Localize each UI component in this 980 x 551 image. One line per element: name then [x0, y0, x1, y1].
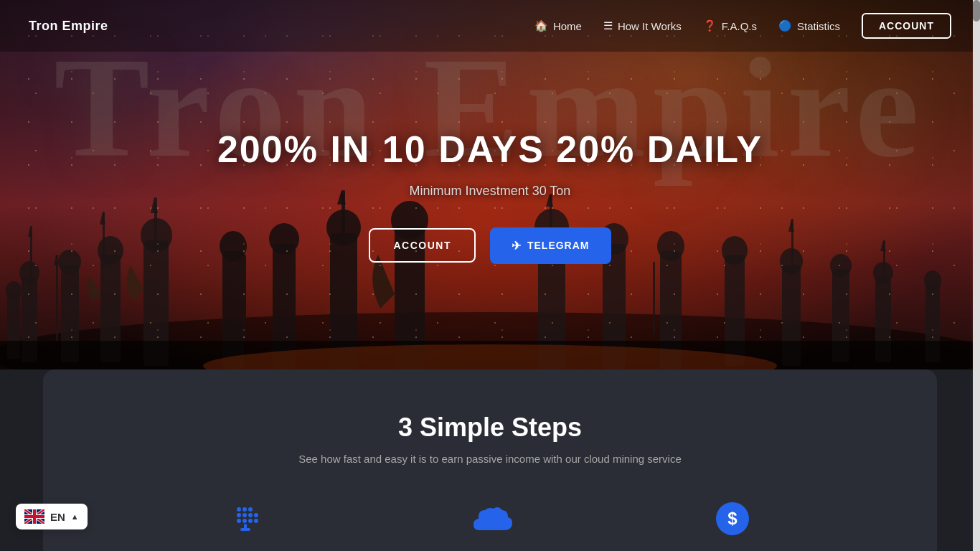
- account-button-nav[interactable]: ACCOUNT: [862, 13, 951, 39]
- telegram-button[interactable]: ✈ TELEGRAM: [490, 227, 611, 264]
- hero-content: 200% IN 10 DAYS 20% DAILY Minimum Invest…: [217, 128, 763, 264]
- step-3: $: [715, 501, 750, 536]
- step-2: [469, 503, 512, 535]
- hero-subtext: Minimum Investment 30 Ton: [217, 184, 763, 199]
- svg-point-60: [242, 513, 247, 517]
- nav-item-statistics[interactable]: 🔵 Statistics: [778, 19, 840, 32]
- uk-flag-icon: [24, 509, 44, 524]
- home-icon: 🏠: [534, 19, 548, 32]
- nav-link-home[interactable]: 🏠 Home: [534, 19, 582, 32]
- telegram-icon: ✈: [512, 239, 522, 253]
- nav-links: 🏠 Home ☰ How It Works ❓ F.A.Q.s 🔵 Statis…: [534, 13, 951, 39]
- scrollbar-thumb[interactable]: [973, 0, 980, 22]
- svg-point-8: [58, 250, 81, 274]
- svg-rect-68: [240, 528, 250, 531]
- step-1-icon: [230, 501, 266, 537]
- svg-rect-9: [56, 255, 58, 341]
- nav-item-how-it-works[interactable]: ☰ How It Works: [603, 19, 682, 32]
- nav-item-account[interactable]: ACCOUNT: [862, 13, 951, 39]
- account-button-hero[interactable]: ACCOUNT: [369, 228, 476, 263]
- steps-wrapper: 3 Simple Steps See how fast and easy it …: [0, 369, 980, 551]
- svg-point-63: [242, 519, 247, 523]
- question-icon: ❓: [703, 19, 717, 32]
- svg-point-52: [924, 270, 941, 291]
- navbar: Tron Empire 🏠 Home ☰ How It Works ❓ F.A.…: [0, 0, 980, 52]
- nav-label-home: Home: [553, 20, 582, 32]
- nav-label-how-it-works: How It Works: [618, 20, 682, 32]
- svg-rect-21: [244, 255, 246, 341]
- hero-headline: 200% IN 10 DAYS 20% DAILY: [217, 128, 763, 171]
- nav-label-statistics: Statistics: [797, 20, 840, 32]
- svg-point-2: [19, 261, 39, 284]
- hero-buttons: ACCOUNT ✈ TELEGRAM: [217, 227, 763, 264]
- svg-point-58: [248, 507, 253, 512]
- step-1: [230, 501, 266, 537]
- language-chevron-icon: ▲: [71, 512, 79, 521]
- language-code: EN: [50, 511, 65, 523]
- steps-icons-row: $: [72, 501, 908, 537]
- nav-label-faqs: F.A.Q.s: [722, 20, 757, 32]
- steps-section: 3 Simple Steps See how fast and easy it …: [43, 369, 937, 551]
- svg-point-57: [242, 507, 247, 512]
- svg-point-62: [237, 519, 241, 523]
- svg-point-64: [248, 519, 253, 523]
- steps-subtitle: See how fast and easy it is to earn pass…: [72, 453, 908, 465]
- scrollbar[interactable]: [973, 0, 980, 551]
- stats-icon: 🔵: [778, 19, 792, 32]
- menu-icon: ☰: [603, 19, 613, 32]
- nav-item-home[interactable]: 🏠 Home: [534, 19, 582, 32]
- svg-point-12: [98, 236, 123, 265]
- svg-point-56: [237, 507, 241, 512]
- language-switcher[interactable]: EN ▲: [16, 504, 88, 529]
- svg-point-4: [6, 281, 22, 300]
- svg-point-66: [254, 519, 258, 523]
- nav-link-faqs[interactable]: ❓ F.A.Q.s: [703, 19, 757, 32]
- svg-point-61: [248, 513, 253, 517]
- step-2-icon: [469, 503, 512, 535]
- nav-link-how-it-works[interactable]: ☰ How It Works: [603, 19, 682, 32]
- hero-section: Tron Empire: [0, 0, 980, 369]
- steps-title: 3 Simple Steps: [72, 413, 908, 443]
- step-3-icon: $: [715, 501, 750, 536]
- svg-point-59: [237, 513, 241, 517]
- svg-point-46: [830, 254, 852, 277]
- svg-rect-79: [24, 515, 44, 518]
- svg-point-65: [254, 513, 258, 517]
- telegram-label: TELEGRAM: [527, 240, 590, 251]
- nav-item-faqs[interactable]: ❓ F.A.Q.s: [703, 19, 757, 32]
- svg-text:$: $: [727, 509, 738, 528]
- brand-logo[interactable]: Tron Empire: [29, 19, 108, 34]
- svg-rect-38: [653, 262, 655, 334]
- nav-link-statistics[interactable]: 🔵 Statistics: [778, 19, 840, 32]
